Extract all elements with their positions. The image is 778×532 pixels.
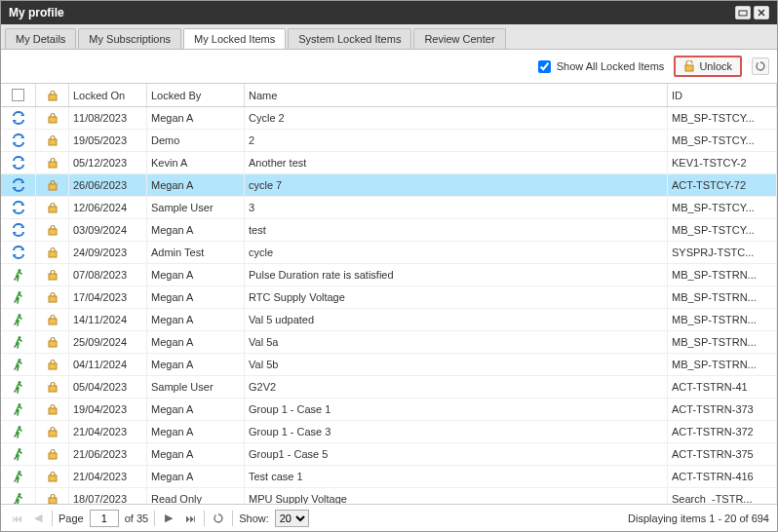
svg-rect-21: [49, 363, 57, 369]
next-page-button[interactable]: ▶: [161, 511, 176, 526]
lock-icon: [47, 247, 58, 258]
cell-name: Val 5 udpated: [245, 309, 668, 330]
close-button[interactable]: [754, 6, 769, 19]
row-lock-icon: [36, 443, 69, 465]
table-row[interactable]: 03/09/2024Megan AtestMB_SP-TSTCY...: [1, 219, 777, 242]
paging-refresh-button[interactable]: [211, 511, 226, 526]
row-lock-icon: [36, 466, 69, 487]
table-row[interactable]: 25/09/2024Megan AVal 5aMB_SP-TSTRN...: [1, 331, 777, 354]
table-row[interactable]: 19/04/2023Megan AGroup 1 - Case 1ACT-TST…: [1, 399, 777, 421]
svg-rect-13: [49, 274, 57, 280]
table-row[interactable]: 11/08/2023Megan ACycle 2MB_SP-TSTCY...: [1, 107, 777, 130]
paging-bar: ⏮ ◀ Page of 35 ▶ ⏭ Show: 20 Displaying i…: [1, 504, 777, 531]
refresh-icon: [755, 60, 766, 72]
svg-rect-0: [739, 11, 747, 16]
cell-locked-on: 25/09/2024: [69, 331, 147, 353]
row-type-icon: [1, 331, 36, 353]
table-row[interactable]: 19/05/2023Demo2MB_SP-TSTCY...: [1, 130, 777, 152]
table-row[interactable]: 26/06/2023Megan Acycle 7ACT-TSTCY-72: [1, 174, 777, 197]
lock-icon: [47, 359, 58, 370]
row-lock-icon: [36, 152, 69, 173]
checkbox-icon: [12, 89, 24, 101]
row-lock-icon: [36, 286, 69, 308]
show-all-checkbox[interactable]: [538, 60, 551, 73]
cell-locked-on: 26/06/2023: [69, 174, 147, 196]
cell-locked-on: 03/09/2024: [69, 219, 147, 241]
table-row[interactable]: 21/06/2023Megan AGroup1 - Case 5ACT-TSTR…: [1, 443, 777, 466]
run-icon: [12, 358, 25, 371]
separator: [52, 511, 53, 526]
lock-icon: [47, 157, 58, 169]
header-name[interactable]: Name: [245, 84, 668, 106]
header-locked-on[interactable]: Locked On: [69, 84, 147, 106]
svg-rect-11: [49, 251, 57, 257]
svg-rect-31: [49, 475, 57, 481]
first-page-button[interactable]: ⏮: [9, 511, 24, 526]
lock-icon: [47, 448, 58, 460]
cell-locked-on: 07/08/2023: [69, 264, 147, 285]
grid: Locked On Locked By Name ID 11/08/2023Me…: [1, 84, 777, 504]
row-lock-icon: [36, 354, 69, 375]
cell-id: Search_-TSTR...: [668, 488, 777, 504]
tab-my-locked-items[interactable]: My Locked Items: [183, 28, 286, 49]
cell-id: MB_SP-TSTRN...: [668, 309, 777, 330]
cell-locked-on: 21/06/2023: [69, 443, 147, 465]
cell-name: Group1 - Case 5: [245, 443, 668, 465]
lock-icon: [47, 493, 58, 504]
prev-page-button[interactable]: ◀: [30, 511, 46, 526]
lock-icon: [47, 426, 58, 437]
table-row[interactable]: 05/12/2023Kevin AAnother testKEV1-TSTCY-…: [1, 152, 777, 174]
cycle-icon: [11, 111, 26, 125]
tab-my-details[interactable]: My Details: [5, 28, 76, 49]
cell-id: ACT-TSTRN-373: [668, 399, 777, 420]
svg-rect-23: [49, 386, 57, 392]
table-row[interactable]: 21/04/2023Megan AGroup 1 - Case 3ACT-TST…: [1, 421, 777, 443]
cell-locked-by: Megan A: [147, 264, 245, 285]
toolbar-refresh-button[interactable]: [752, 57, 769, 75]
tab-system-locked-items[interactable]: System Locked Items: [288, 28, 411, 49]
table-row[interactable]: 05/04/2023Sample UserG2V2ACT-TSTRN-41: [1, 376, 777, 399]
cell-id: ACT-TSTRN-375: [668, 443, 777, 465]
cell-name: G2V2: [245, 376, 668, 398]
tab-my-subscriptions[interactable]: My Subscriptions: [78, 28, 181, 49]
row-type-icon: [1, 264, 36, 285]
cell-name: Group 1 - Case 3: [245, 421, 668, 442]
table-row[interactable]: 07/08/2023Megan APulse Duration rate is …: [1, 264, 777, 286]
header-select-all[interactable]: [1, 84, 36, 106]
table-row[interactable]: 21/04/2023Megan ATest case 1ACT-TSTRN-41…: [1, 466, 777, 488]
show-all-locked-items[interactable]: Show All Locked Items: [538, 60, 665, 73]
table-row[interactable]: 04/11/2024Megan AVal 5bMB_SP-TSTRN...: [1, 354, 777, 376]
table-row[interactable]: 14/11/2024Megan AVal 5 udpatedMB_SP-TSTR…: [1, 309, 777, 331]
cell-locked-by: Read Only: [147, 488, 245, 504]
lock-icon: [47, 90, 58, 101]
header-id[interactable]: ID: [668, 84, 777, 106]
header-locked-by[interactable]: Locked By: [147, 84, 245, 106]
cell-locked-by: Demo: [147, 130, 245, 151]
row-type-icon: [1, 107, 36, 129]
run-icon: [12, 402, 25, 416]
cell-id: MB_SP-TSTRN...: [668, 354, 777, 375]
table-row[interactable]: 18/07/2023Read OnlyMPU Supply VoltageSea…: [1, 488, 777, 504]
lock-icon: [47, 336, 58, 348]
titlebar: My profile: [1, 1, 777, 24]
page-input[interactable]: [90, 510, 119, 527]
grid-body[interactable]: 11/08/2023Megan ACycle 2MB_SP-TSTCY...19…: [1, 107, 777, 504]
cell-name: MPU Supply Voltage: [245, 488, 668, 504]
tab-review-center[interactable]: Review Center: [413, 28, 505, 49]
table-row[interactable]: 12/06/2024Sample User3MB_SP-TSTCY...: [1, 197, 777, 219]
cell-locked-by: Kevin A: [147, 152, 245, 173]
cell-name: cycle 7: [245, 174, 668, 196]
unlock-button[interactable]: Unlock: [674, 56, 742, 77]
cell-name: RTC Supply Voltage: [245, 286, 668, 308]
cell-name: Another test: [245, 152, 668, 173]
cell-locked-by: Megan A: [147, 286, 245, 308]
table-row[interactable]: 17/04/2023Megan ARTC Supply VoltageMB_SP…: [1, 286, 777, 309]
lock-icon: [47, 134, 58, 146]
cell-name: test: [245, 219, 668, 241]
minimize-button[interactable]: [735, 6, 751, 19]
svg-rect-4: [49, 95, 57, 100]
last-page-button[interactable]: ⏭: [182, 511, 198, 526]
page-size-select[interactable]: 20: [275, 510, 309, 527]
table-row[interactable]: 24/09/2023Admin TestcycleSYSPRJ-TSTC...: [1, 242, 777, 264]
cell-locked-on: 14/11/2024: [69, 309, 147, 330]
